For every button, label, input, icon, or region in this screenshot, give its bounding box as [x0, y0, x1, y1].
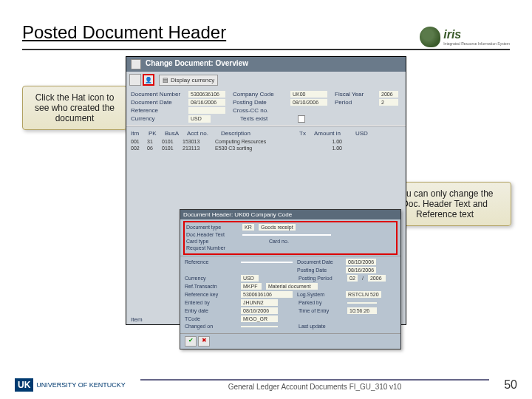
lbl-posting-period: Posting Period	[299, 276, 343, 281]
val-ref-trans-desc: Material document	[266, 283, 318, 290]
lbl-p-currency: Currency	[185, 276, 236, 281]
sap-screenshot: Change Document: Overview 👤 ▤ Display cu…	[126, 56, 406, 325]
popup-ok-button[interactable]: ✔	[185, 336, 197, 347]
lbl-tcode: TCode	[185, 316, 236, 321]
lbl-p-doc-date: Document Date	[297, 259, 341, 265]
lbl-card-type: Card type	[186, 239, 238, 244]
footer-doc-ref: General Ledger Account Documents FI_GU_3…	[140, 379, 490, 391]
lbl-parked-by: Parked by	[299, 300, 343, 305]
lbl-time-entry: Time of Entry	[299, 308, 343, 313]
lbl-doc-type: Document type	[186, 225, 238, 230]
lbl-fiscal-year: Fiscal Year	[335, 91, 372, 98]
logo-text: iris	[443, 28, 461, 41]
lbl-cross-cc: Cross-CC no.	[233, 107, 283, 114]
val-fiscal-year: 2006	[379, 91, 398, 98]
page-title: Posted Document Header	[22, 22, 226, 43]
val-doc-number: 5300636106	[188, 91, 225, 98]
lbl-reference: Reference	[131, 107, 181, 114]
val-p-doc-date: 08/10/2006	[346, 259, 376, 265]
lbl-request-num: Request Number	[186, 245, 238, 250]
logo-subtext: Integrated Resource Information System	[443, 41, 510, 46]
table-row: 002 06 0101 213113 E530 C3 sorting 1.00	[131, 145, 401, 151]
val-company-code: UK00	[290, 91, 327, 98]
sap-titlebar: Change Document: Overview	[126, 57, 406, 72]
lbl-ref-key: Reference key	[185, 292, 236, 297]
val-ref-key: 5300636106	[241, 291, 293, 298]
val-period-y: 2006	[368, 275, 386, 282]
val-time-entry: 10:56:26	[347, 307, 377, 314]
page-number: 50	[504, 378, 517, 392]
lbl-card-no: Card no.	[269, 239, 321, 244]
lbl-changed-on: Changed on	[185, 324, 236, 329]
lbl-header-text: Doc.Header Text	[186, 232, 238, 237]
val-p-posting-date: 08/16/2006	[346, 267, 376, 273]
val-doc-date: 08/16/2006	[188, 99, 225, 106]
popup-title: Document Header: UK00 Company Code	[180, 210, 400, 219]
document-header-popup: Document Header: UK00 Company Code Docum…	[180, 209, 401, 349]
lbl-last-update: Last update	[299, 324, 343, 329]
val-reference	[188, 107, 225, 114]
stack-icon: ▤	[163, 77, 168, 83]
sap-toolbar: 👤 ▤ Display currency	[126, 72, 406, 88]
lbl-item: Item	[131, 316, 143, 323]
display-currency-label: Display currency	[171, 77, 214, 83]
val-doc-type: Goods receipt	[259, 224, 296, 231]
lbl-posting-date: Posting Date	[233, 99, 283, 106]
popup-cancel-button[interactable]: ✖	[198, 336, 210, 347]
uk-badge: UK	[15, 378, 33, 392]
lbl-p-posting-date: Posting Date	[297, 267, 341, 273]
val-posting-date: 08/10/2006	[290, 99, 327, 106]
brand-logo: iris Integrated Resource Information Sys…	[420, 22, 510, 47]
table-row: 001 31 0101 153013 Computing Resources 1…	[131, 138, 401, 145]
hat-icon[interactable]: 👤	[143, 74, 154, 86]
university-name: UNIVERSITY OF KENTUCKY	[36, 381, 125, 389]
val-period-m: 02	[347, 275, 358, 282]
lbl-entry-date: Entry date	[185, 308, 236, 313]
val-changed-on	[241, 326, 278, 327]
display-currency-button[interactable]: ▤ Display currency	[159, 75, 218, 86]
val-parked-by	[347, 302, 377, 304]
val-entry-date: 08/16/2006	[241, 307, 278, 314]
val-tcode: MIGO_GR	[241, 316, 278, 322]
sap-window-title: Change Document: Overview	[146, 59, 248, 69]
val-currency: USD	[188, 115, 211, 123]
lbl-currency: Currency	[131, 115, 181, 123]
lbl-log-system: Log.System	[297, 292, 341, 297]
callout-hat-icon: Click the Hat icon to see who created th…	[22, 86, 127, 130]
val-log-system: RSTCLN 520	[346, 291, 381, 298]
lbl-entered-by: Entered by	[185, 300, 236, 305]
lbl-period: Period	[335, 99, 372, 106]
lbl-doc-number: Document Number	[131, 91, 181, 98]
overview-icon	[131, 59, 141, 69]
line-items-header: Itm PK BusA Acct no. Description Tx Amou…	[131, 129, 401, 138]
toolbar-btn-1[interactable]	[129, 74, 141, 86]
val-doc-type-code: KR	[242, 224, 254, 231]
texts-exist-checkbox[interactable]	[298, 115, 305, 123]
lbl-doc-date: Document Date	[131, 99, 181, 106]
val-entered-by: JHUNN2	[241, 299, 278, 306]
lbl-company-code: Company Code	[233, 91, 283, 98]
reference-input[interactable]	[241, 262, 293, 263]
val-period: 2	[379, 99, 398, 106]
header-text-input[interactable]	[242, 234, 331, 236]
val-p-currency: USD	[241, 275, 259, 282]
iris-icon	[420, 27, 440, 47]
lbl-p-reference: Reference	[185, 259, 236, 265]
lbl-texts-exist: Texts exist	[240, 115, 290, 123]
university-logo: UK UNIVERSITY OF KENTUCKY	[15, 378, 126, 392]
val-ref-trans: MKPF	[241, 283, 262, 290]
lbl-ref-trans: Ref.Transactn	[185, 284, 236, 289]
